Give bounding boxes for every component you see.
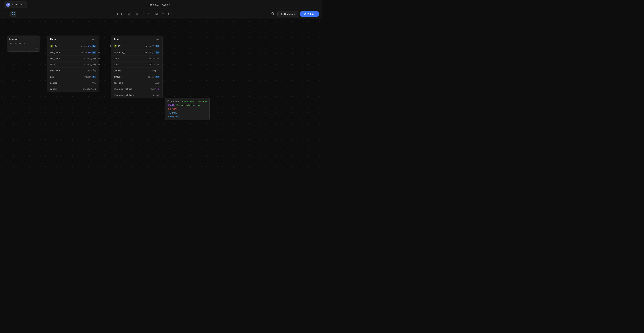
field-name: name	[114, 57, 120, 60]
svg-rect-16	[148, 13, 151, 15]
table-row: benefits String	[111, 68, 162, 74]
field-type-group: integer E	[150, 88, 160, 90]
enum-tooltip: Priority_type Person_priority_type_enum …	[165, 98, 210, 120]
grid-view-button[interactable]	[10, 11, 16, 17]
table-row: name varchar(128)	[111, 56, 162, 62]
user-table-title: User	[50, 38, 56, 41]
user-name: Alicia Koch	[12, 3, 22, 6]
nn-badge: NN	[92, 51, 96, 54]
field-type-group: integer	[153, 94, 160, 96]
svg-line-22	[273, 14, 274, 15]
field-type: XML	[155, 82, 160, 84]
field-name: benefits	[114, 70, 122, 72]
nn-badge: NN	[92, 45, 96, 48]
table-row: first_name varchar (2) NN	[47, 50, 99, 56]
comment-title: Comment	[9, 38, 18, 40]
enum-value-pending[interactable]: PENDING	[168, 111, 208, 114]
enum-value-critical[interactable]: CRITICAL	[168, 108, 208, 111]
field-type-group: nvarchar(128)	[83, 88, 96, 90]
field-type: varchar(128)	[84, 64, 96, 66]
enum-name: Person_priority_type_enum	[181, 100, 208, 102]
breadcrumb-separator: /	[160, 3, 161, 6]
toolbar-right: New model Publish	[270, 11, 319, 17]
field-type: integer	[150, 88, 156, 90]
field-type: integer	[148, 76, 154, 78]
table-row: insurance_id varchar (2) NN	[111, 50, 162, 56]
field-type-group: varchar (2) NN	[145, 45, 160, 48]
table-button[interactable]	[120, 12, 126, 17]
table-row: Password String	[47, 68, 99, 74]
field-type-group: varchar(128)	[148, 64, 160, 66]
comment-send-button[interactable]: ⊕	[36, 47, 38, 50]
field-type-group: XML	[155, 82, 160, 84]
table-row: amount integer NN	[111, 74, 162, 80]
key-icon: 🔑	[50, 44, 53, 48]
expand-button[interactable]	[160, 12, 166, 17]
distribute-button[interactable]	[154, 12, 160, 17]
add-table-button[interactable]: +	[113, 12, 119, 17]
comment-header: Comment ×	[9, 38, 38, 40]
table-row: coverage_limit_grs integer E	[111, 86, 162, 92]
new-model-label: New model	[284, 13, 295, 15]
field-name: age	[50, 76, 54, 78]
e-badge: E	[157, 88, 160, 90]
table-row: gender XML	[47, 80, 99, 86]
table-row: email varchar(128)	[47, 62, 99, 68]
field-name: coverage_limit_grs	[114, 88, 132, 90]
collapse-right-button[interactable]	[133, 12, 139, 17]
field-type-group: varchar(128)	[84, 64, 96, 66]
field-name: gender	[50, 82, 57, 84]
plan-table-menu-button[interactable]: •••	[156, 38, 160, 41]
table-row: 🔑 ID varchar (2) NN	[111, 43, 162, 50]
user-table: User ••• 🔑 ID varchar (2) NN first_name …	[47, 36, 99, 92]
new-model-button[interactable]: New model	[278, 11, 298, 17]
breadcrumb-project: Project 1	[148, 3, 158, 6]
publish-label: Publish	[308, 13, 315, 15]
svg-rect-4	[115, 13, 118, 15]
enum-values: CRITICAL PENDING RESOLVED	[168, 108, 208, 118]
field-name: last_name	[50, 57, 60, 60]
search-button[interactable]	[270, 11, 276, 17]
svg-rect-20	[168, 13, 171, 15]
svg-line-24	[94, 70, 96, 72]
table-row: age integer NN	[47, 74, 99, 80]
comment-input[interactable]	[9, 42, 38, 46]
field-type: varchar(128)	[148, 64, 160, 66]
enum-section-name: Person_priority_type_enum:	[176, 104, 202, 106]
selection-button[interactable]	[147, 12, 153, 17]
breadcrumb-current[interactable]: Apps ▾	[162, 3, 170, 6]
top-nav: A Alicia Koch ⌄ Project 1 / Apps ▾	[0, 0, 322, 10]
plan-table-title: Plan	[114, 38, 120, 41]
field-type-group: integer NN	[148, 76, 160, 78]
table-row: 🔑 ID varchar (2) NN	[47, 43, 99, 50]
theme-button[interactable]	[140, 12, 146, 17]
field-name: country	[50, 88, 57, 90]
field-type-group: varchar(128)	[84, 57, 96, 60]
field-type-group: integer NN	[84, 76, 96, 78]
grid-icon	[12, 12, 15, 16]
user-table-menu-button[interactable]: •••	[92, 38, 96, 41]
field-type-group: String	[150, 69, 160, 72]
publish-button[interactable]: Publish	[300, 12, 319, 16]
enum-badge: ENUM	[167, 104, 175, 106]
comment-close-button[interactable]: ×	[37, 38, 38, 40]
breadcrumb: Project 1 / Apps ▾	[148, 3, 170, 6]
chevron-down-icon: ▾	[169, 4, 170, 6]
field-name: age_limit	[114, 82, 122, 84]
enum-value-resolved[interactable]: RESOLVED	[168, 115, 208, 118]
table-row: age_limit XML	[111, 80, 162, 86]
enum-header: Priority_type Person_priority_type_enum	[167, 100, 208, 102]
comment-button[interactable]	[167, 12, 173, 17]
collapse-left-button[interactable]	[126, 12, 133, 17]
field-type-group: String	[87, 69, 96, 72]
back-button[interactable]: ←	[3, 12, 9, 16]
toolbar-left: ←	[3, 11, 16, 17]
canvas[interactable]: Comment × ⊕ User ••• 🔑 ID varchar (2) NN…	[0, 19, 322, 166]
user-badge[interactable]: A Alicia Koch ⌄	[4, 2, 27, 8]
plan-table: Plan ••• 🔑 ID varchar (2) NN insurance_i…	[111, 36, 163, 98]
field-type-group: varchar (2) NN	[145, 51, 160, 54]
connection-dot	[98, 64, 100, 66]
field-type: String	[150, 70, 156, 72]
field-type: integer	[153, 94, 160, 96]
nn-badge: NN	[156, 51, 160, 54]
